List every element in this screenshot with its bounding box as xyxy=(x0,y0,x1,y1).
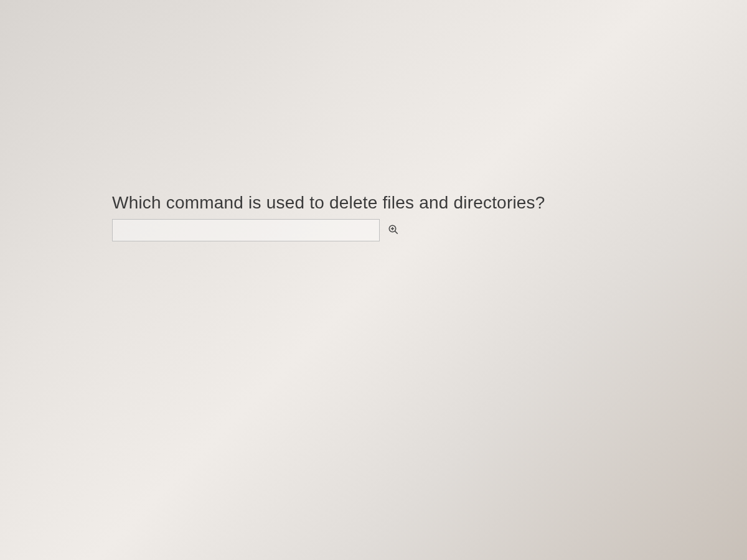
question-block: Which command is used to delete files an… xyxy=(112,193,635,241)
question-text: Which command is used to delete files an… xyxy=(112,193,635,213)
answer-row xyxy=(112,219,635,241)
answer-input[interactable] xyxy=(112,219,380,241)
zoom-in-icon xyxy=(388,224,399,237)
zoom-in-button[interactable] xyxy=(387,224,400,236)
svg-line-1 xyxy=(395,231,398,233)
